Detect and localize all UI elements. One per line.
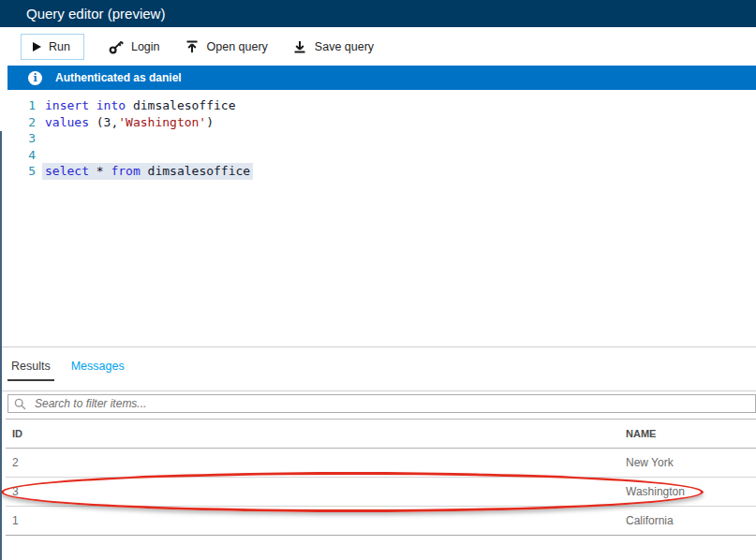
run-button[interactable]: Run xyxy=(21,34,84,60)
cell-id: 3 xyxy=(12,485,19,498)
table-row[interactable]: 2New York xyxy=(6,449,756,478)
cell-id: 2 xyxy=(12,456,19,469)
tab-messages[interactable]: Messages xyxy=(71,360,125,373)
query-toolbar: Run Login Open query Save query xyxy=(0,27,756,66)
line-number: 4 xyxy=(0,147,36,164)
blade-header: Query editor (preview) xyxy=(0,0,756,27)
search-placeholder: Search to filter items... xyxy=(35,397,146,410)
save-query-button-label: Save query xyxy=(315,40,374,53)
line-number: 2 xyxy=(0,114,36,131)
cell-id: 1 xyxy=(12,514,19,527)
play-icon xyxy=(33,42,41,52)
line-number: 3 xyxy=(0,130,36,147)
table-row[interactable]: 1California xyxy=(6,507,756,536)
code-text: values (3,'Washington') xyxy=(45,114,214,131)
line-number: 1 xyxy=(0,97,36,114)
auth-status-text: Authenticated as daniel xyxy=(55,71,182,84)
sql-code-editor[interactable]: 1insert into dimsalesoffice2values (3,'W… xyxy=(0,90,756,180)
info-icon: i xyxy=(28,71,42,85)
login-button-label: Login xyxy=(131,40,160,53)
save-query-button[interactable]: Save query xyxy=(292,39,374,54)
save-download-icon xyxy=(292,39,307,54)
code-line[interactable]: 4 xyxy=(0,147,756,164)
results-table-body: 2New York3Washington1California xyxy=(6,449,756,536)
table-row[interactable]: 3Washington xyxy=(6,478,756,507)
open-query-button[interactable]: Open query xyxy=(185,39,268,54)
column-header-name[interactable]: NAME xyxy=(626,428,656,439)
cell-name: California xyxy=(626,514,674,527)
cell-name: Washington xyxy=(626,485,685,498)
page-title: Query editor (preview) xyxy=(26,6,165,22)
auth-status-bar: i Authenticated as daniel xyxy=(7,66,756,90)
search-icon xyxy=(14,398,26,410)
filter-search-box[interactable]: Search to filter items... xyxy=(7,394,756,413)
key-icon xyxy=(109,39,124,54)
open-query-button-label: Open query xyxy=(207,40,268,53)
code-text: select * from dimsalesoffice xyxy=(42,163,253,180)
results-panel-tabs: Results Messages xyxy=(11,360,125,373)
cell-name: New York xyxy=(626,456,674,469)
blade-left-edge xyxy=(0,131,2,560)
code-text: insert into dimsalesoffice xyxy=(45,97,236,114)
code-line[interactable]: 5select * from dimsalesoffice xyxy=(0,163,756,180)
run-button-label: Run xyxy=(49,40,70,53)
column-header-id[interactable]: ID xyxy=(12,428,22,439)
results-table-header: ID NAME xyxy=(6,419,756,449)
open-upload-icon xyxy=(185,39,200,54)
code-line[interactable]: 3 xyxy=(0,130,756,147)
code-line[interactable]: 1insert into dimsalesoffice xyxy=(0,97,756,114)
active-tab-underline xyxy=(7,379,54,381)
code-line[interactable]: 2values (3,'Washington') xyxy=(0,114,756,131)
line-number: 5 xyxy=(0,163,36,180)
results-table: ID NAME 2New York3Washington1California xyxy=(6,419,756,536)
login-button[interactable]: Login xyxy=(109,39,160,54)
tab-results[interactable]: Results xyxy=(11,360,51,373)
editor-results-divider xyxy=(0,346,756,347)
tabs-divider xyxy=(0,391,756,391)
